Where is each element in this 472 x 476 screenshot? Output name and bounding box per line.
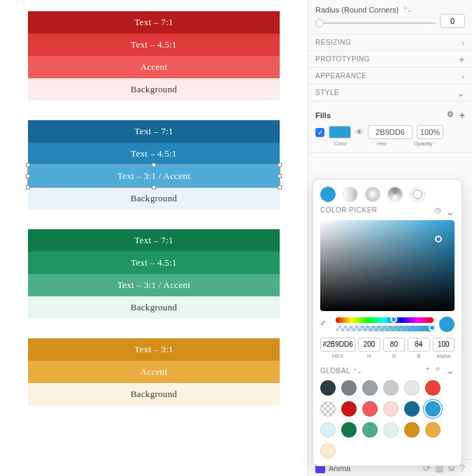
palette-row[interactable]: Text – 3:1 <box>28 338 280 361</box>
h-input[interactable]: 200 <box>358 338 380 352</box>
b-label: B <box>408 353 429 359</box>
global-swatch[interactable] <box>383 401 399 417</box>
resize-handle[interactable] <box>26 185 30 189</box>
current-color-swatch <box>439 317 455 332</box>
palette-row[interactable]: Text – 3:1 / Accent <box>28 274 280 296</box>
h-label: H <box>358 353 380 359</box>
recent-colors-icon[interactable]: ◷ <box>435 206 442 217</box>
palette-row[interactable]: Text – 4.5:1 <box>28 34 280 56</box>
hue-slider[interactable] <box>336 317 434 323</box>
fill-hex-input[interactable]: 2B9DD6 <box>368 125 413 139</box>
global-sort-icon[interactable]: ⌃⌄ <box>352 368 361 375</box>
alpha-thumb[interactable] <box>429 324 436 331</box>
eyedropper-icon[interactable]: ✐ <box>320 319 330 329</box>
global-swatch[interactable] <box>341 401 357 417</box>
fills-section: Fills ✓ 👁 2B9DD6 100% Color Hex Opacity <box>308 101 472 153</box>
plus-icon <box>459 54 465 65</box>
hex-input[interactable]: #2B9DD6 <box>320 338 355 352</box>
global-swatch[interactable] <box>383 422 399 438</box>
radius-label: Radius (Round Corners) <box>315 6 399 14</box>
palette-row[interactable]: Text – 7:1 <box>28 120 280 143</box>
global-swatch[interactable] <box>425 380 441 396</box>
global-swatch[interactable] <box>383 380 399 396</box>
palette-row[interactable]: Text – 7:1 <box>28 229 280 252</box>
hue-thumb[interactable] <box>390 316 397 323</box>
palette-group: Text – 7:1Text – 4.5:1Text – 3:1 / Accen… <box>28 229 280 319</box>
gear-icon[interactable] <box>447 110 454 121</box>
palette-group: Text – 7:1Text – 4.5:1Text – 3:1 / Accen… <box>28 120 280 210</box>
color-picker-popover: COLOR PICKER ◷ ✐ #2B9DD6 HEX 200H 80S 84… <box>313 179 462 466</box>
global-swatch[interactable] <box>425 401 441 417</box>
fill-hex-label: Hex <box>357 140 407 147</box>
fill-opacity-input[interactable]: 100% <box>417 125 443 139</box>
add-fill-icon[interactable] <box>459 110 465 121</box>
section-appearance[interactable]: APPEARANCE <box>308 68 472 85</box>
fill-type-angular[interactable] <box>387 187 403 202</box>
global-swatch[interactable] <box>320 422 336 438</box>
palette-row[interactable]: Accent <box>28 56 280 78</box>
global-swatch[interactable] <box>320 401 336 417</box>
resize-handle[interactable] <box>278 174 282 178</box>
s-input[interactable]: 80 <box>383 338 405 352</box>
fill-enabled-checkbox[interactable]: ✓ <box>315 128 324 137</box>
global-swatch[interactable] <box>320 380 336 396</box>
alpha-slider[interactable] <box>336 326 434 331</box>
section-prototyping[interactable]: PROTOTYPING <box>308 51 472 68</box>
alpha-input[interactable]: 100 <box>433 338 455 352</box>
visibility-icon[interactable]: 👁 <box>355 127 364 137</box>
radius-input[interactable] <box>440 14 465 28</box>
palette-row[interactable]: Text – 4.5:1 <box>28 252 280 274</box>
section-label: APPEARANCE <box>315 72 366 80</box>
b-input[interactable]: 84 <box>408 338 429 352</box>
selected-layer[interactable]: Text – 3:1 / Accent <box>28 165 280 187</box>
palette-row[interactable]: Background <box>28 296 280 319</box>
palette-group: Text – 7:1Text – 4.5:1AccentBackground <box>28 11 280 101</box>
palette-row[interactable]: Background <box>28 383 280 405</box>
global-swatch[interactable] <box>362 422 378 438</box>
fill-opacity-label: Opacity <box>410 140 436 147</box>
global-swatch[interactable] <box>341 380 357 396</box>
picker-menu-icon[interactable] <box>446 206 455 217</box>
palette-row[interactable]: Text – 3:1 / Accent <box>28 165 280 187</box>
add-global-color-icon[interactable]: + <box>426 365 430 376</box>
color-field[interactable] <box>320 220 455 311</box>
palette-row[interactable]: Text – 7:1 <box>28 11 280 34</box>
fill-type-linear[interactable] <box>343 187 358 202</box>
resize-handle[interactable] <box>26 174 30 178</box>
section-label: PROTOTYPING <box>315 55 370 63</box>
radius-slider-thumb[interactable] <box>315 19 324 27</box>
global-menu-icon[interactable] <box>446 365 455 376</box>
palette-row[interactable]: Accent <box>28 361 280 383</box>
global-swatch[interactable] <box>425 422 441 438</box>
palette-row[interactable]: Text – 4.5:1 <box>28 143 280 165</box>
fill-type-pattern[interactable] <box>410 187 425 202</box>
fill-swatch[interactable] <box>329 126 351 138</box>
design-canvas[interactable]: Text – 7:1Text – 4.5:1AccentBackgroundTe… <box>0 0 308 476</box>
alpha-label: Alpha <box>433 353 455 359</box>
radius-slider[interactable] <box>315 22 436 24</box>
list-view-icon[interactable]: ≡ <box>436 365 440 376</box>
chevron-down-icon <box>457 87 466 99</box>
palette-row[interactable]: Background <box>28 187 280 210</box>
resize-handle[interactable] <box>152 163 156 167</box>
radius-stepper-icon[interactable]: ⌃⌄ <box>403 6 411 13</box>
global-swatch[interactable] <box>362 380 378 396</box>
global-swatch[interactable] <box>404 422 420 438</box>
global-swatch[interactable] <box>362 401 378 417</box>
global-swatch[interactable] <box>341 422 357 438</box>
palette-row[interactable]: Background <box>28 78 280 101</box>
section-style[interactable]: STYLE <box>308 85 472 101</box>
resize-handle[interactable] <box>278 185 282 189</box>
global-swatch[interactable] <box>320 443 336 459</box>
section-resizing[interactable]: RESIZING <box>308 34 472 51</box>
resize-handle[interactable] <box>152 185 156 189</box>
color-field-cursor[interactable] <box>435 236 442 243</box>
fill-type-solid[interactable] <box>320 187 336 202</box>
radius-section: Radius (Round Corners) ⌃⌄ <box>308 0 472 34</box>
hex-label: HEX <box>320 353 355 359</box>
resize-handle[interactable] <box>26 163 30 167</box>
fill-type-radial[interactable] <box>365 187 380 202</box>
resize-handle[interactable] <box>278 163 282 167</box>
global-swatch[interactable] <box>404 380 420 396</box>
global-swatch[interactable] <box>404 401 420 417</box>
